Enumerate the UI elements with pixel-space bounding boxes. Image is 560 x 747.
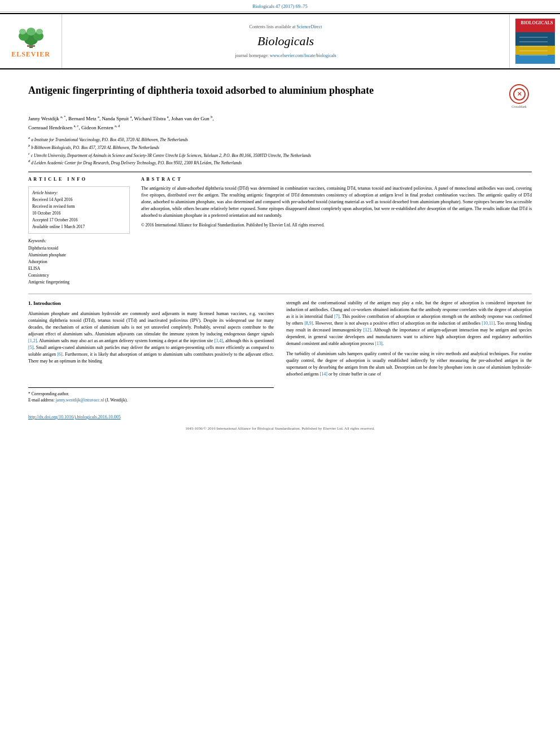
section-divider [28, 294, 532, 294]
two-column-body: 1. Introduction Aluminium phosphate and … [28, 300, 532, 403]
received-date: Received 14 April 2016 [32, 196, 126, 203]
ref-1-2[interactable]: [1,2] [28, 338, 37, 343]
journal-cover-image: BIOLOGICALS [515, 19, 555, 64]
introduction-paragraph-3: The turbidity of aluminium salts hampers… [286, 351, 532, 378]
introduction-paragraph-1: Aluminium phosphate and aluminium hydrox… [28, 311, 274, 365]
keywords-label: Keywords: [28, 238, 130, 243]
introduction-paragraph-2: strength and the conformational stabilit… [286, 300, 532, 347]
cover-decoration [517, 32, 550, 63]
keyword-6: Antigenic fingerprinting [28, 279, 130, 286]
article-title-section: Antigenic fingerprinting of diphtheria t… [28, 78, 532, 108]
svg-point-6 [36, 29, 43, 34]
corresponding-author-note: * Corresponding author. [28, 391, 274, 397]
available-online: Available online 1 March 2017 [32, 224, 126, 230]
email-link[interactable]: janny.westdijk@intravacc.nl [56, 397, 104, 403]
keyword-3: Adsorption [28, 259, 130, 265]
abstract-title: A B S T R A C T [141, 177, 532, 182]
elsevier-label: ELSEVIER [11, 50, 50, 59]
affiliation-c: c c Utrecht University, Department of An… [28, 151, 532, 159]
article-history-box: Article history: Received 14 April 2016 … [28, 186, 130, 234]
email-note: E-mail address: janny.westdijk@intravacc… [28, 397, 274, 403]
ref-6[interactable]: [6] [57, 352, 62, 357]
journal-name-section: Contents lists available at ScienceDirec… [62, 14, 509, 68]
affiliation-a: a a Institute for Translational Vaccinol… [28, 135, 532, 143]
doi-section: http://dx.doi.org/10.1016/j.biologicals.… [0, 412, 560, 424]
article-info-abstract-section: A R T I C L E I N F O Article history: R… [28, 172, 532, 286]
article-info-title: A R T I C L E I N F O [28, 177, 130, 182]
ref-3-4[interactable]: [3,4] [215, 338, 223, 343]
sciencedirect-link[interactable]: ScienceDirect [297, 24, 322, 29]
received-revised-label: Received in revised form [32, 203, 126, 210]
abstract-text: The antigenicity of alum-adsorbed diphth… [141, 185, 532, 219]
contents-available-label: Contents lists available at ScienceDirec… [250, 24, 322, 29]
cover-title: BIOLOGICALS [521, 20, 553, 25]
svg-point-4 [27, 28, 36, 36]
crossmark-inner: ✕ [513, 88, 526, 101]
keywords-section: Keywords: Diphtheria toxoid Aluminium ph… [28, 238, 130, 286]
crossmark-x-symbol: ✕ [517, 91, 522, 97]
abstract-section: A B S T R A C T The antigenicity of alum… [141, 177, 532, 286]
ref-13[interactable]: [13] [375, 341, 382, 346]
ref-5[interactable]: [5] [28, 345, 33, 350]
article-info: A R T I C L E I N F O Article history: R… [28, 177, 130, 286]
ref-8-9[interactable]: [8,9] [304, 321, 313, 326]
svg-point-5 [19, 29, 26, 34]
affiliation-b: b b Bilthoven Biologicals, P.O. Box 457,… [28, 143, 532, 151]
keyword-4: ELISA [28, 265, 130, 272]
homepage-label: journal homepage: www.elsevier.com/locat… [235, 53, 336, 58]
journal-cover-section: BIOLOGICALS [509, 14, 560, 68]
crossmark-label: CrossMark [511, 105, 527, 108]
introduction-heading: 1. Introduction [28, 300, 274, 308]
svg-rect-7 [27, 45, 35, 47]
doi-link[interactable]: http://dx.doi.org/10.1016/j.biologicals.… [28, 414, 532, 420]
received-revised-date: 10 October 2016 [32, 210, 126, 217]
right-column: strength and the conformational stabilit… [286, 300, 532, 403]
accepted-date: Accepted 17 October 2016 [32, 217, 126, 224]
journal-citation-bar: Biologicals 47 (2017) 69–75 [0, 0, 560, 12]
affiliations: a a Institute for Translational Vaccinol… [28, 135, 532, 166]
copyright-line: © 2016 International Alliance for Biolog… [141, 222, 532, 228]
issn-line: 1045-1056/© 2016 International Alliance … [0, 424, 560, 433]
crossmark-section: ✕ CrossMark [506, 84, 532, 108]
keywords-list: Diphtheria toxoid Aluminium phosphate Ad… [28, 245, 130, 286]
ref-10-11[interactable]: [10,11] [482, 321, 495, 326]
footnotes-section: * Corresponding author. E-mail address: … [28, 387, 274, 404]
ref-12[interactable]: [12] [364, 327, 371, 333]
article-title: Antigenic fingerprinting of diphtheria t… [28, 84, 501, 97]
keyword-5: Consistency [28, 272, 130, 279]
keyword-2: Aluminium phosphate [28, 252, 130, 259]
elsevier-logo-section: ELSEVIER [0, 14, 62, 68]
keyword-1: Diphtheria toxoid [28, 245, 130, 252]
crossmark-icon[interactable]: ✕ [509, 84, 529, 104]
journal-header: ELSEVIER Contents lists available at Sci… [0, 13, 560, 69]
left-column: 1. Introduction Aluminium phosphate and … [28, 300, 274, 403]
elsevier-logo: ELSEVIER [11, 24, 51, 59]
ref-7[interactable]: [7] [334, 314, 339, 319]
main-content: Antigenic fingerprinting of diphtheria t… [0, 69, 560, 412]
affiliation-d: d d Leiden Academic Center for Drug Rese… [28, 158, 532, 166]
history-label: Article history: [32, 190, 126, 196]
ref-14[interactable]: [14] [320, 372, 327, 377]
journal-citation: Biologicals 47 (2017) 69–75 [252, 3, 308, 9]
page: Biologicals 47 (2017) 69–75 [0, 0, 560, 433]
journal-title: Biologicals [257, 34, 314, 49]
elsevier-tree-icon [11, 24, 51, 49]
authors-line: Janny Westdijk a, *, Bernard Metz a, Nan… [28, 114, 532, 132]
homepage-url[interactable]: www.elsevier.com/locate/biologicals [270, 53, 336, 58]
